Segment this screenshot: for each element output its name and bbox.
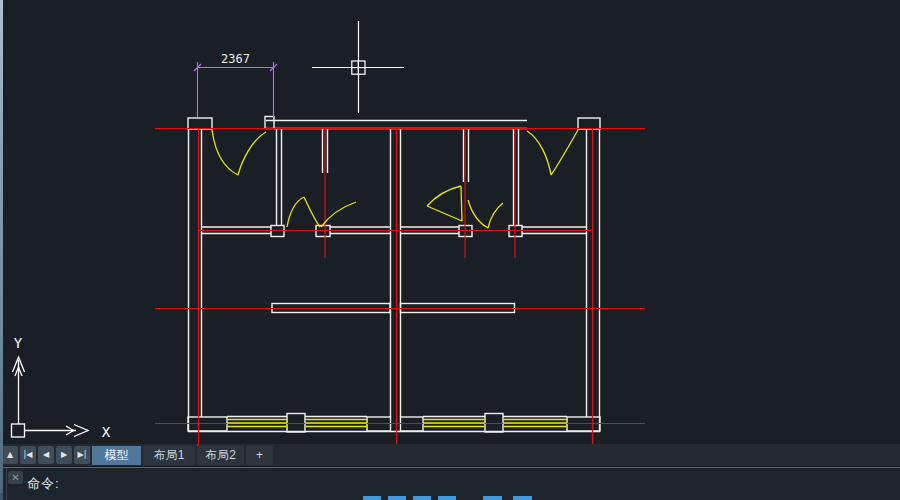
dock-divider: [6, 468, 7, 500]
dimension-value: 2367: [221, 52, 250, 66]
add-layout-button[interactable]: +: [246, 446, 273, 465]
crosshair-cursor: [312, 21, 404, 113]
command-prompt-input[interactable]: 命令:: [27, 475, 60, 493]
status-accent-segment[interactable]: [363, 496, 381, 500]
ucs-x-label: X: [102, 424, 111, 440]
close-icon[interactable]: ✕: [8, 471, 23, 484]
status-accent-segment[interactable]: [483, 496, 502, 500]
command-line-dock: ✕ 命令:: [0, 467, 900, 500]
layout-tab-bar: ▲ |◀ ◀ ▶ ▶| 模型 布局1 布局2 +: [0, 444, 900, 467]
ucs-icon: Y X: [12, 335, 111, 440]
tab-nav-last-button[interactable]: ▶|: [74, 446, 90, 464]
tab-layout2[interactable]: 布局2: [197, 446, 244, 465]
side-panel-edge[interactable]: [0, 0, 3, 493]
doors-and-windows: [212, 130, 578, 427]
dimension-annotation: [194, 62, 277, 117]
status-accent-segment[interactable]: [513, 496, 532, 500]
status-accent-segment[interactable]: [388, 496, 406, 500]
tab-nav-first-button[interactable]: |◀: [20, 446, 36, 464]
ucs-y-label: Y: [14, 335, 23, 351]
tab-nav-previous-button[interactable]: ◀: [38, 446, 54, 464]
tabbar-collapse-button[interactable]: ▲: [2, 446, 18, 464]
floorplan-walls: [188, 117, 600, 433]
tab-nav-next-button[interactable]: ▶: [56, 446, 72, 464]
tab-model[interactable]: 模型: [92, 446, 141, 465]
tab-layout1[interactable]: 布局1: [143, 446, 195, 465]
side-panel-edge-lower: [0, 493, 3, 500]
cad-application-window: 2367 Y X ▲ |◀ ◀ ▶ ▶| 模型: [0, 0, 900, 500]
model-space-canvas[interactable]: 2367 Y X: [0, 0, 900, 444]
status-accent-segment[interactable]: [413, 496, 431, 500]
status-accent-segment[interactable]: [438, 496, 456, 500]
